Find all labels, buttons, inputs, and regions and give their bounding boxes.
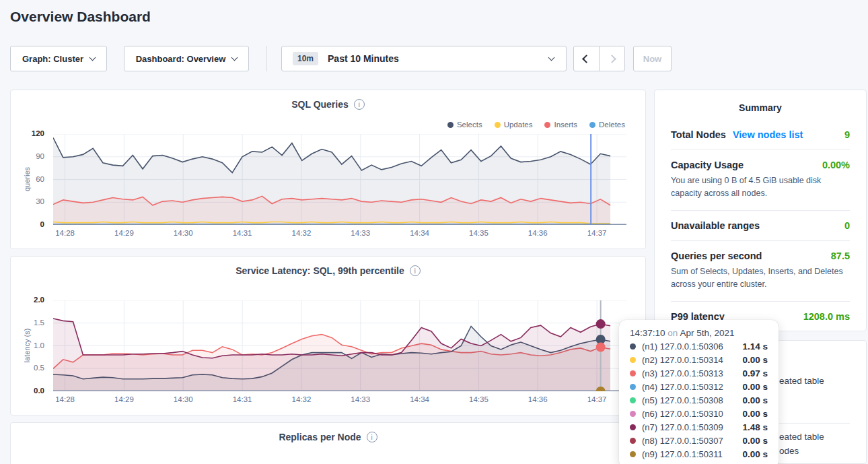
y-tick-label: 1.0: [34, 341, 44, 350]
summary-row-total-nodes: Total Nodes View nodes list 9: [671, 120, 850, 150]
tooltip-node-value: 0.00 s: [742, 436, 768, 446]
qps-description: Sum of Selects, Updates, Inserts, and De…: [671, 265, 850, 292]
chart-title-row: Replicas per Node: [11, 432, 645, 442]
view-nodes-list-link[interactable]: View nodes list: [733, 129, 803, 140]
graph-dropdown[interactable]: Graph: Cluster: [10, 46, 107, 71]
time-next-button[interactable]: [599, 46, 625, 71]
time-range-label: Past 10 Minutes: [328, 53, 399, 64]
x-tick-label: 14:29: [104, 229, 144, 237]
dashboard-dropdown-label: Dashboard: Overview: [136, 54, 226, 64]
tooltip-node-label: (n6) 127.0.0.1:50310: [642, 409, 742, 419]
node-color-dot-icon: [630, 384, 636, 390]
node-color-dot-icon: [630, 438, 636, 444]
info-icon[interactable]: [367, 432, 377, 442]
summary-row-capacity: Capacity Usage 0.00% You are using 0 B o…: [671, 150, 850, 211]
capacity-usage-description: You are using 0 B of 4.5 GiB usable disk…: [671, 174, 850, 201]
time-range-dropdown[interactable]: 10m Past 10 Minutes: [281, 46, 567, 71]
y-tick-label: 30: [36, 197, 44, 205]
x-axis: 14:2814:2914:3014:3114:3214:3314:3414:35…: [53, 229, 626, 240]
y-axis: 0.00.51.01.52.0: [11, 300, 48, 391]
tooltip-node-row: (n7) 127.0.0.1:50309 1.48 s: [630, 422, 768, 432]
arrow-right-icon: [608, 55, 616, 63]
y-tick-label: 90: [36, 152, 44, 160]
x-tick-label: 14:34: [400, 229, 440, 237]
info-icon[interactable]: [410, 265, 421, 276]
tooltip-node-value: 0.00 s: [742, 355, 768, 365]
y-tick-label: 1.5: [34, 319, 44, 327]
chart-title-row: Service Latency: SQL, 99th percentile: [11, 265, 645, 276]
service-latency-card: Service Latency: SQL, 99th percentile la…: [10, 256, 646, 416]
info-icon[interactable]: [354, 99, 365, 110]
legend-item-deletes[interactable]: Deletes: [589, 121, 625, 129]
node-color-dot-icon: [630, 397, 636, 403]
replicas-title: Replicas per Node: [279, 432, 361, 442]
event-text-fragment[interactable]: odes: [779, 446, 799, 456]
arrow-left-icon: [582, 55, 591, 63]
tooltip-node-value: 1.14 s: [742, 341, 768, 352]
legend-dot-icon: [589, 122, 595, 128]
time-range-badge: 10m: [293, 52, 318, 65]
legend-item-updates[interactable]: Updates: [495, 121, 533, 129]
legend-dot-icon: [544, 122, 550, 128]
event-text-fragment[interactable]: eated table: [779, 376, 824, 386]
summary-panel: Summary Total Nodes View nodes list 9 Ca…: [654, 90, 867, 331]
tooltip-timestamp: 14:37:10 on Apr 5th, 2021: [630, 328, 768, 338]
x-tick-label: 14:36: [517, 229, 558, 237]
legend-dot-icon: [447, 122, 454, 128]
node-color-dot-icon: [630, 411, 636, 417]
tooltip-date: Apr 5th, 2021: [680, 328, 734, 338]
x-tick-label: 14:28: [45, 229, 85, 237]
tooltip-node-label: (n3) 127.0.0.1:50313: [642, 368, 742, 378]
y-tick-label: 0.0: [34, 387, 44, 395]
x-tick-label: 14:32: [281, 395, 322, 403]
node-color-dot-icon: [630, 451, 636, 457]
chart-tooltip: 14:37:10 on Apr 5th, 2021 (n1) 127.0.0.1…: [619, 320, 779, 464]
event-text-fragment[interactable]: eated table: [779, 432, 824, 442]
x-tick-label: 14:35: [458, 229, 499, 237]
tooltip-node-label: (n9) 127.0.0.1:50311: [642, 449, 742, 459]
tooltip-node-label: (n2) 127.0.0.1:50314: [642, 355, 742, 365]
chart-title-row: SQL Queries: [11, 99, 645, 110]
replicas-per-node-card: Replicas per Node: [10, 422, 646, 464]
service-latency-plot[interactable]: [53, 300, 626, 391]
y-tick-label: 0: [40, 220, 44, 228]
sql-queries-card: SQL Queries SelectsUpdatesInsertsDeletes…: [10, 90, 646, 249]
sql-queries-plot[interactable]: [53, 134, 626, 225]
chevron-down-icon: [89, 54, 96, 61]
x-axis: 14:2814:2914:3014:3114:3214:3314:3414:35…: [53, 395, 626, 406]
service-latency-title: Service Latency: SQL, 99th percentile: [236, 265, 404, 276]
x-tick-label: 14:32: [281, 229, 322, 237]
chevron-down-icon: [231, 54, 238, 61]
legend-item-inserts[interactable]: Inserts: [544, 121, 577, 129]
legend-item-selects[interactable]: Selects: [447, 121, 482, 129]
toolbar-divider: [266, 46, 267, 71]
legend-label: Selects: [457, 121, 482, 129]
legend-label: Inserts: [554, 121, 577, 129]
x-tick-label: 14:30: [163, 395, 203, 403]
tooltip-rows: (n1) 127.0.0.1:50306 1.14 s (n2) 127.0.0…: [630, 341, 768, 459]
tooltip-node-label: (n7) 127.0.0.1:50309: [642, 422, 742, 432]
node-color-dot-icon: [630, 370, 636, 376]
x-tick-label: 14:28: [45, 395, 85, 403]
x-tick-label: 14:33: [340, 395, 381, 403]
unavailable-ranges-label: Unavailable ranges: [671, 220, 760, 231]
x-tick-label: 14:29: [104, 395, 144, 403]
node-color-dot-icon: [630, 343, 636, 350]
tooltip-node-label: (n1) 127.0.0.1:50306: [642, 341, 742, 352]
summary-title: Summary: [655, 90, 866, 120]
now-button[interactable]: Now: [633, 46, 672, 71]
tooltip-node-value: 0.00 s: [742, 449, 768, 459]
tooltip-time: 14:37:10: [630, 328, 665, 338]
total-nodes-value: 9: [844, 129, 850, 140]
tooltip-node-value: 0.00 s: [742, 382, 768, 392]
time-prev-button[interactable]: [573, 46, 600, 71]
node-color-dot-icon: [630, 424, 636, 430]
sql-queries-legend: SelectsUpdatesInsertsDeletes: [447, 121, 625, 129]
tooltip-node-label: (n5) 127.0.0.1:50308: [642, 395, 742, 405]
dashboard-dropdown[interactable]: Dashboard: Overview: [124, 46, 249, 71]
capacity-usage-label: Capacity Usage: [671, 160, 744, 170]
x-tick-label: 14:30: [163, 229, 203, 237]
tooltip-node-row: (n6) 127.0.0.1:50310 0.00 s: [630, 409, 768, 419]
sql-queries-title: SQL Queries: [291, 99, 349, 110]
summary-row-unavailable-ranges: Unavailable ranges 0: [671, 211, 850, 241]
